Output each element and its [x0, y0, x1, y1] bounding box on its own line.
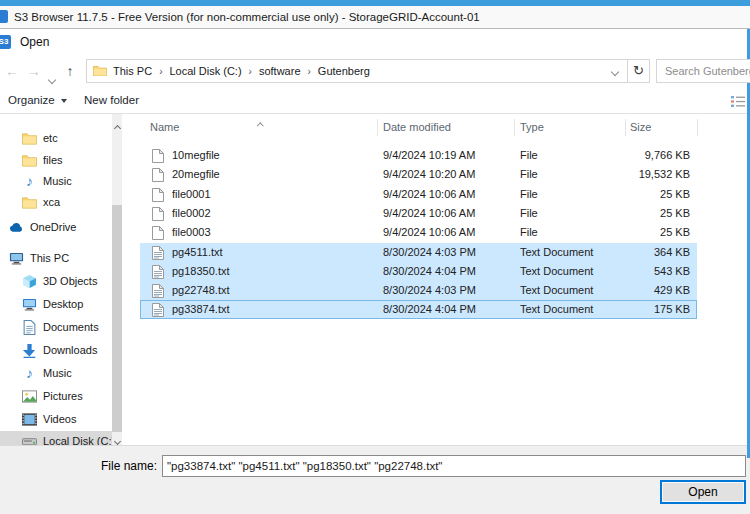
column-header-name[interactable]: Name	[150, 114, 179, 140]
column-separator[interactable]	[377, 119, 378, 136]
file-name: file0001	[172, 185, 211, 204]
music-icon: ♪	[22, 174, 37, 189]
column-separator[interactable]	[514, 119, 515, 136]
file-name: pg22748.txt	[172, 281, 230, 300]
app-title: S3 Browser 11.7.5 - Free Version (for no…	[14, 6, 480, 28]
file-row-10megfile[interactable]: 10megfile9/4/2024 10:19 AMFile9,766 KB	[140, 146, 697, 165]
open-dialog: S3 Open ← → ↑ This PC›Local Disk (C:)›so…	[0, 29, 747, 514]
search-input[interactable]	[657, 60, 750, 82]
file-row-20megfile[interactable]: 20megfile9/4/2024 10:20 AMFile19,532 KB	[140, 165, 697, 184]
breadcrumb-separator-icon: ›	[249, 66, 252, 77]
file-row-pg4511-txt[interactable]: pg4511.txt8/30/2024 4:03 PMText Document…	[140, 243, 697, 262]
folder-icon	[22, 131, 37, 146]
sidebar-item-music[interactable]: ♪Music	[0, 171, 112, 191]
open-button[interactable]: Open	[660, 480, 746, 504]
file-icon	[152, 149, 164, 163]
dropdown-triangle-icon	[61, 99, 67, 103]
file-type: File	[520, 146, 538, 165]
column-header-date-modified[interactable]: Date modified	[383, 114, 451, 140]
file-row-pg33874-txt[interactable]: pg33874.txt8/30/2024 4:04 PMText Documen…	[140, 300, 697, 319]
column-separator[interactable]	[625, 119, 626, 136]
dialog-title: Open	[20, 29, 49, 55]
picture-icon	[22, 389, 37, 404]
file-name: pg33874.txt	[172, 300, 230, 319]
dialog-body: etcfiles♪MusicxcaOneDriveThis PC3D Objec…	[0, 114, 747, 445]
folder-icon	[22, 195, 37, 210]
column-header-size[interactable]: Size	[630, 114, 651, 140]
file-row-file0002[interactable]: file00029/4/2024 10:06 AMFile25 KB	[140, 204, 697, 223]
scroll-down-icon[interactable]	[112, 430, 122, 442]
file-name-input[interactable]	[162, 455, 746, 477]
sidebar-item-this-pc[interactable]: This PC	[0, 248, 112, 268]
sidebar-item-videos[interactable]: Videos	[0, 409, 112, 429]
file-row-pg22748-txt[interactable]: pg22748.txt8/30/2024 4:03 PMText Documen…	[140, 281, 697, 300]
music-icon: ♪	[22, 366, 37, 381]
navigation-bar: ← → ↑ This PC›Local Disk (C:)›software›G…	[0, 55, 747, 87]
text-file-icon	[152, 284, 164, 298]
computer-icon	[9, 251, 24, 266]
sidebar-item-documents[interactable]: Documents	[0, 317, 112, 337]
file-size: 25 KB	[570, 223, 690, 242]
breadcrumb[interactable]: This PC›Local Disk (C:)›software›Gutenbe…	[86, 59, 628, 83]
s3-dialog-icon: S3	[0, 35, 11, 49]
breadcrumb-item-gutenberg[interactable]: Gutenberg	[316, 65, 372, 77]
sidebar-item-label: 3D Objects	[43, 275, 97, 287]
sidebar-scrollbar[interactable]	[112, 114, 122, 445]
column-separator[interactable]	[697, 119, 698, 136]
breadcrumb-item-software[interactable]: software	[257, 65, 303, 77]
file-size: 25 KB	[570, 185, 690, 204]
breadcrumb-chevron-down-icon[interactable]	[612, 65, 618, 77]
scroll-up-icon[interactable]	[112, 117, 122, 129]
sidebar-item-label: Documents	[43, 321, 99, 333]
sidebar-item-files[interactable]: files	[0, 150, 112, 170]
text-file-icon	[152, 265, 164, 279]
desktop-icon	[22, 297, 37, 312]
details-view-icon[interactable]	[731, 94, 745, 107]
sidebar-item-3d-objects[interactable]: 3D Objects	[0, 271, 112, 291]
file-size: 25 KB	[570, 204, 690, 223]
scrollbar-thumb[interactable]	[112, 205, 122, 432]
organize-button[interactable]: Organize	[8, 87, 67, 113]
up-icon[interactable]: ↑	[60, 60, 80, 82]
file-row-file0001[interactable]: file00019/4/2024 10:06 AMFile25 KB	[140, 185, 697, 204]
file-size: 19,532 KB	[570, 165, 690, 184]
sidebar-item-label: Downloads	[43, 344, 97, 356]
sidebar-item-desktop[interactable]: Desktop	[0, 294, 112, 314]
file-type: File	[520, 223, 538, 242]
file-list-header: Name Date modified Type Size	[122, 114, 747, 140]
forward-icon[interactable]: →	[24, 60, 44, 82]
refresh-icon[interactable]: ↻	[628, 59, 650, 83]
app-titlebar: S3 Browser 11.7.5 - Free Version (for no…	[0, 6, 750, 29]
sidebar-item-etc[interactable]: etc	[0, 128, 112, 148]
file-date-modified: 9/4/2024 10:06 AM	[383, 204, 475, 223]
back-icon[interactable]: ←	[2, 60, 22, 82]
breadcrumb-item-this-pc[interactable]: This PC	[111, 65, 154, 77]
sidebar-item-pictures[interactable]: Pictures	[0, 386, 112, 406]
breadcrumb-item-local-disk-c[interactable]: Local Disk (C:)	[167, 65, 243, 77]
file-row-pg18350-txt[interactable]: pg18350.txt8/30/2024 4:04 PMText Documen…	[140, 262, 697, 281]
sidebar-item-label: etc	[43, 132, 58, 144]
cloud-icon	[9, 220, 24, 235]
file-row-file0003[interactable]: file00039/4/2024 10:06 AMFile25 KB	[140, 223, 697, 242]
column-header-type[interactable]: Type	[520, 114, 544, 140]
file-name: file0003	[172, 223, 211, 242]
document-icon	[22, 320, 37, 335]
file-icon	[152, 207, 164, 221]
sidebar-item-music[interactable]: ♪Music	[0, 363, 112, 383]
file-size: 9,766 KB	[570, 146, 690, 165]
file-icon	[152, 188, 164, 202]
breadcrumb-separator-icon: ›	[308, 66, 311, 77]
new-folder-button[interactable]: New folder	[84, 87, 139, 113]
history-chevron-down-icon[interactable]	[46, 67, 58, 77]
sidebar-item-downloads[interactable]: Downloads	[0, 340, 112, 360]
sidebar-item-label: Videos	[43, 413, 76, 425]
file-name: pg18350.txt	[172, 262, 230, 281]
sidebar-item-onedrive[interactable]: OneDrive	[0, 217, 112, 237]
file-size: 543 KB	[570, 262, 690, 281]
file-size: 364 KB	[570, 243, 690, 262]
sidebar-item-xca[interactable]: xca	[0, 192, 112, 212]
sort-ascending-icon	[258, 118, 263, 130]
folder-icon	[93, 65, 107, 78]
dialog-footer: File name: Open	[0, 445, 747, 514]
sidebar: etcfiles♪MusicxcaOneDriveThis PC3D Objec…	[0, 114, 112, 445]
